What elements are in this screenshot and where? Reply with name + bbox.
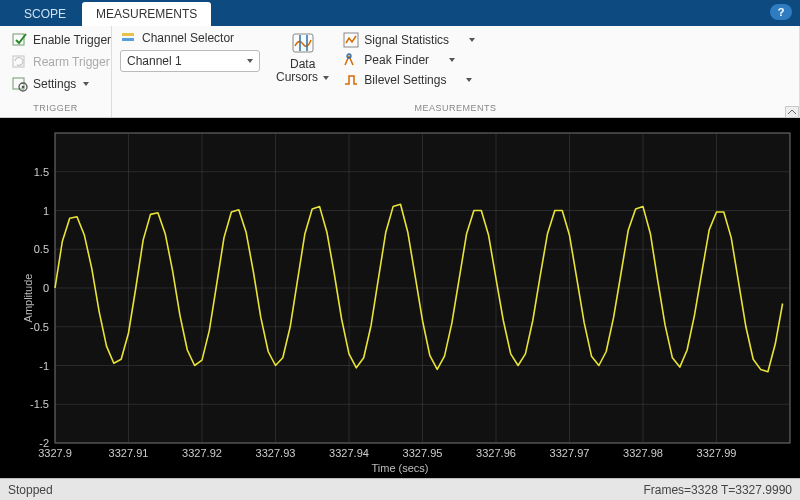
svg-rect-5 (122, 33, 134, 36)
channel-dropdown-value: Channel 1 (127, 54, 182, 68)
svg-text:3327.9: 3327.9 (38, 447, 72, 459)
enable-trigger-icon (12, 32, 28, 48)
rearm-trigger-button: Rearm Trigger (8, 52, 115, 72)
rearm-trigger-label: Rearm Trigger (33, 55, 110, 69)
svg-rect-6 (122, 38, 134, 41)
chevron-down-icon (247, 59, 253, 63)
bilevel-settings-label: Bilevel Settings (364, 73, 446, 87)
peak-finder-icon (343, 52, 359, 68)
svg-point-4 (22, 86, 25, 89)
help-icon: ? (778, 6, 785, 18)
data-cursors-icon (291, 32, 315, 56)
svg-text:0.5: 0.5 (34, 243, 49, 255)
data-cursors-button[interactable]: Data Cursors (270, 30, 335, 103)
group-trigger: Enable Trigger Rearm Trigger Settings (0, 26, 112, 117)
channel-selector-block: Channel Selector Channel 1 (120, 30, 260, 103)
tab-scope[interactable]: SCOPE (10, 2, 80, 26)
group-trigger-label: TRIGGER (8, 103, 103, 117)
svg-text:3327.92: 3327.92 (182, 447, 222, 459)
svg-text:-1: -1 (39, 360, 49, 372)
svg-text:3327.98: 3327.98 (623, 447, 663, 459)
x-axis-label: Time (secs) (371, 462, 428, 474)
channel-selector-label: Channel Selector (142, 31, 234, 45)
bilevel-settings-button[interactable]: Bilevel Settings (339, 70, 479, 90)
svg-text:1.5: 1.5 (34, 166, 49, 178)
signal-statistics-button[interactable]: Signal Statistics (339, 30, 479, 50)
svg-text:3327.97: 3327.97 (550, 447, 590, 459)
chevron-down-icon (469, 38, 475, 42)
group-measurements: Channel Selector Channel 1 Data Cursors (112, 26, 800, 117)
plot-svg: -2-1.5-1-0.500.511.53327.93327.913327.92… (0, 118, 800, 478)
settings-icon (12, 76, 28, 92)
svg-text:1: 1 (43, 205, 49, 217)
ribbon-collapse-button[interactable] (785, 106, 799, 118)
rearm-trigger-icon (12, 54, 28, 70)
help-button[interactable]: ? (770, 4, 792, 20)
svg-text:3327.96: 3327.96 (476, 447, 516, 459)
channel-selector-icon (120, 30, 136, 46)
chevron-down-icon (466, 78, 472, 82)
signal-statistics-label: Signal Statistics (364, 33, 449, 47)
chevron-down-icon (83, 82, 89, 86)
svg-text:-0.5: -0.5 (30, 321, 49, 333)
svg-text:3327.91: 3327.91 (109, 447, 149, 459)
status-left: Stopped (8, 483, 53, 497)
bilevel-settings-icon (343, 72, 359, 88)
trigger-settings-button[interactable]: Settings (8, 74, 115, 94)
svg-text:3327.99: 3327.99 (697, 447, 737, 459)
chevron-up-icon (788, 109, 796, 115)
chevron-down-icon (323, 76, 329, 80)
enable-trigger-label: Enable Trigger (33, 33, 111, 47)
svg-text:3327.94: 3327.94 (329, 447, 369, 459)
trigger-settings-label: Settings (33, 77, 76, 91)
svg-text:3327.95: 3327.95 (403, 447, 443, 459)
tab-measurements-label: MEASUREMENTS (96, 7, 197, 21)
tab-scope-label: SCOPE (24, 7, 66, 21)
status-bar: Stopped Frames=3328 T=3327.9990 (0, 478, 800, 500)
peak-finder-label: Peak Finder (364, 53, 429, 67)
svg-text:0: 0 (43, 282, 49, 294)
enable-trigger-button[interactable]: Enable Trigger (8, 30, 115, 50)
tab-strip: SCOPE MEASUREMENTS ? (0, 0, 800, 26)
y-axis-label: Amplitude (22, 274, 34, 323)
peak-finder-button[interactable]: Peak Finder (339, 50, 479, 70)
chevron-down-icon (449, 58, 455, 62)
tab-measurements[interactable]: MEASUREMENTS (82, 2, 211, 26)
scope-plot[interactable]: -2-1.5-1-0.500.511.53327.93327.913327.92… (0, 118, 800, 478)
data-cursors-label2: Cursors (276, 71, 318, 84)
group-measurements-label: MEASUREMENTS (120, 103, 791, 117)
svg-text:3327.93: 3327.93 (256, 447, 296, 459)
signal-statistics-icon (343, 32, 359, 48)
svg-text:-1.5: -1.5 (30, 398, 49, 410)
channel-dropdown[interactable]: Channel 1 (120, 50, 260, 72)
ribbon: Enable Trigger Rearm Trigger Settings (0, 26, 800, 118)
status-right: Frames=3328 T=3327.9990 (643, 483, 792, 497)
